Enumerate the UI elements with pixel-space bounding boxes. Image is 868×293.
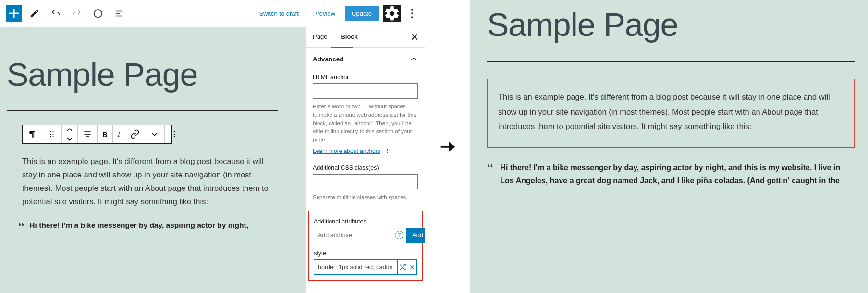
undo-icon	[50, 8, 61, 19]
settings-button[interactable]	[383, 5, 401, 22]
link-button[interactable]	[125, 125, 145, 143]
result-arrow	[425, 0, 470, 293]
external-link-icon	[382, 148, 388, 154]
block-drag-handle[interactable]	[42, 125, 62, 143]
svg-point-5	[52, 131, 53, 132]
preview-pane: Sample Page This is an example page. It'…	[470, 0, 868, 293]
style-attribute-input[interactable]	[314, 259, 398, 275]
outline-button[interactable]	[110, 5, 128, 22]
preview-quote-text: Hi there! I'm a bike messenger by day, a…	[500, 161, 855, 187]
close-icon	[409, 264, 416, 270]
html-anchor-label: HTML anchor	[313, 74, 418, 81]
additional-attributes-section: Additional attributes ? Add style	[308, 211, 423, 281]
advanced-panel-header[interactable]: Advanced	[306, 48, 425, 70]
chevron-up-icon	[65, 125, 74, 134]
preview-link[interactable]: Preview	[308, 7, 340, 20]
separator-block[interactable]	[7, 110, 278, 111]
svg-point-9	[52, 136, 53, 137]
pencil-icon	[29, 8, 40, 19]
svg-point-2	[411, 12, 413, 14]
gear-icon	[383, 5, 401, 22]
quote-mark-icon: “	[18, 220, 24, 234]
ellipsis-vertical-icon	[170, 129, 179, 139]
advanced-panel-label: Advanced	[313, 56, 344, 63]
style-attribute-label: style	[314, 250, 417, 257]
chevron-down-icon	[150, 129, 159, 139]
topbar-left	[6, 5, 128, 22]
align-icon	[83, 129, 92, 139]
edit-mode-button[interactable]	[26, 5, 43, 22]
italic-button[interactable]: I	[113, 125, 125, 143]
html-anchor-help: Enter a word or two — without spaces — t…	[313, 103, 418, 144]
info-icon	[93, 8, 103, 19]
editor-pane: Switch to draft Preview Update Sample Pa…	[0, 0, 425, 293]
add-attribute-input[interactable]	[314, 228, 406, 243]
css-classes-input[interactable]	[313, 174, 418, 189]
html-anchor-input[interactable]	[313, 83, 418, 99]
info-button[interactable]	[89, 5, 107, 22]
more-options-button[interactable]	[405, 5, 419, 22]
list-view-icon	[114, 8, 124, 19]
preview-paragraph-styled: This is an example page. It's different …	[487, 79, 855, 148]
svg-point-6	[50, 134, 51, 135]
topbar-right: Switch to draft Preview Update	[254, 5, 419, 22]
preview-page-title: Sample Page	[487, 6, 855, 43]
settings-sidebar: Page Block Advanced HTML anchor Enter a …	[306, 27, 425, 293]
preview-quote: “ Hi there! I'm a bike messenger by day,…	[487, 161, 855, 187]
add-block-button[interactable]	[6, 5, 22, 22]
block-options-button[interactable]	[165, 125, 184, 143]
update-button[interactable]: Update	[345, 6, 379, 21]
link-icon	[130, 129, 140, 139]
tab-page[interactable]: Page	[306, 27, 334, 47]
block-toolbar: B I	[22, 125, 172, 144]
style-attribute-row	[314, 259, 417, 275]
html-anchor-field: HTML anchor Enter a word or two — withou…	[306, 74, 425, 161]
remove-attribute-button[interactable]	[407, 259, 417, 275]
shuffle-attribute-button[interactable]	[398, 259, 407, 275]
svg-point-12	[174, 136, 175, 137]
svg-point-4	[50, 131, 51, 132]
block-type-button[interactable]	[23, 125, 42, 143]
chevron-down-icon	[65, 134, 74, 143]
tab-underline	[331, 47, 353, 48]
css-classes-label: Additional CSS class(es)	[313, 164, 418, 171]
add-attribute-row: ? Add	[314, 228, 417, 243]
editor-topbar: Switch to draft Preview Update	[0, 0, 425, 27]
redo-icon	[72, 8, 82, 19]
preview-separator	[487, 61, 855, 62]
more-rich-text-button[interactable]	[145, 125, 165, 143]
shuffle-icon	[399, 263, 406, 271]
drag-handle-icon	[47, 129, 57, 139]
learn-more-text: Learn more about anchors	[313, 148, 380, 154]
bold-button[interactable]: B	[98, 125, 113, 143]
switch-to-draft-link[interactable]: Switch to draft	[254, 7, 303, 20]
ellipsis-vertical-icon	[405, 7, 419, 20]
svg-point-1	[411, 9, 413, 11]
chevron-up-icon	[409, 55, 418, 63]
close-icon	[409, 32, 420, 42]
svg-point-10	[174, 131, 175, 132]
quote-text[interactable]: Hi there! I'm a bike messenger by day, a…	[29, 220, 269, 234]
learn-more-anchors-link[interactable]: Learn more about anchors	[313, 148, 388, 154]
tab-block[interactable]: Block	[334, 27, 364, 47]
paragraph-block[interactable]: This is an example page. It's different …	[22, 154, 277, 208]
svg-point-11	[174, 134, 175, 135]
svg-point-3	[411, 16, 413, 18]
paragraph-icon	[27, 129, 37, 139]
undo-button[interactable]	[47, 5, 64, 22]
block-mover[interactable]	[62, 125, 78, 143]
align-button[interactable]	[78, 125, 98, 143]
sidebar-tabs: Page Block	[306, 27, 425, 48]
additional-attributes-label: Additional attributes	[314, 218, 417, 225]
svg-point-8	[50, 136, 51, 137]
css-classes-help: Separate multiple classes with spaces.	[313, 193, 418, 201]
svg-point-7	[52, 134, 53, 135]
redo-button[interactable]	[68, 5, 86, 22]
close-sidebar-button[interactable]	[409, 32, 420, 42]
quote-mark-icon: “	[487, 161, 493, 187]
attribute-info-button[interactable]: ?	[395, 231, 403, 239]
css-classes-field: Additional CSS class(es) Separate multip…	[306, 164, 425, 207]
add-attribute-button[interactable]: Add	[406, 228, 425, 243]
plus-icon	[6, 5, 22, 22]
arrow-right-icon	[438, 137, 457, 156]
